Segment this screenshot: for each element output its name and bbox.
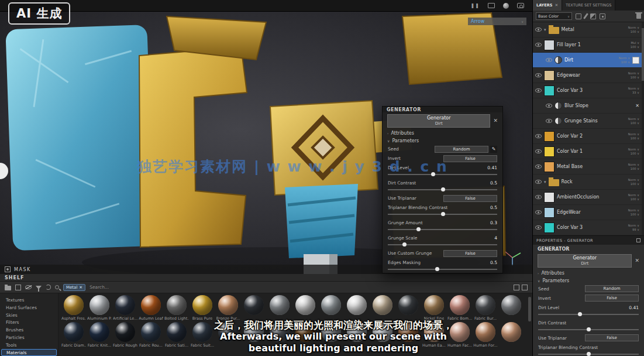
parameter-slider[interactable] [388, 267, 497, 272]
close-icon[interactable]: ✕ [493, 118, 498, 124]
generator-target-button[interactable]: Generator Dirt [387, 114, 490, 128]
material-tile[interactable]: Bronze Pur... [215, 295, 241, 321]
blend-mode-dropdown[interactable]: Norm∨ [628, 87, 639, 90]
material-tile[interactable] [318, 322, 344, 348]
material-tile[interactable]: Nickel Fine [421, 295, 447, 321]
mask-thumbnail[interactable] [632, 57, 639, 64]
visibility-eye-icon[interactable] [535, 28, 542, 32]
slider-handle[interactable] [441, 187, 445, 191]
parameter-slider[interactable] [538, 312, 639, 317]
generator-dialog[interactable]: GENERATOR Generator Dirt ✕ › Attributes … [382, 106, 503, 273]
attributes-section-header[interactable]: › Attributes [533, 269, 644, 276]
material-tile[interactable] [267, 322, 292, 348]
channel-dropdown[interactable]: Base Color ∨ [536, 12, 572, 20]
generator-target-button[interactable]: Generator Dirt [538, 254, 632, 268]
material-tile[interactable]: Fabric Rough [112, 322, 138, 348]
layer-row[interactable]: ▾ Fill layer 1 Mul∨ 100∨ ✕ [533, 37, 642, 53]
tab-texture-set-settings[interactable]: TEXTURE SET SETTINGS [562, 0, 615, 11]
material-tile[interactable]: Fabric Knit... [87, 322, 112, 348]
visibility-eye-icon[interactable] [535, 210, 542, 214]
layer-row[interactable]: ▾ Metal Norm∨ 100∨ ✕ [533, 22, 642, 37]
opacity-dropdown[interactable]: 100∨ [631, 45, 639, 49]
material-tile[interactable]: Fabric Diam... [61, 322, 87, 348]
opacity-dropdown[interactable]: 100∨ [631, 167, 639, 170]
material-tile[interactable] [267, 295, 292, 321]
material-tile[interactable]: Aluminium P... [87, 295, 112, 321]
visibility-eye-icon[interactable] [535, 195, 542, 199]
blend-mode-dropdown[interactable]: Norm∨ [628, 208, 639, 212]
shelf-category[interactable]: Particles [0, 334, 58, 341]
material-tile[interactable]: Human For... [473, 322, 498, 348]
camera-icon[interactable] [517, 3, 524, 8]
slider-handle[interactable] [402, 242, 407, 247]
layer-row[interactable]: ▾ EdgeWear Norm∨ 100∨ ✕ [533, 205, 642, 220]
shelf-category[interactable]: Filters [0, 319, 58, 326]
blend-mode-dropdown[interactable]: Norm∨ [628, 193, 639, 197]
parameter-value-button[interactable]: False [443, 155, 497, 162]
parameter-slider[interactable] [538, 352, 639, 356]
folder-icon[interactable] [5, 286, 11, 290]
opacity-dropdown[interactable]: 100∨ [621, 60, 630, 64]
search-input[interactable]: Search... [89, 285, 109, 290]
folder-expand-icon[interactable]: ▾ [544, 180, 546, 184]
visibility-eye-icon[interactable] [535, 43, 542, 47]
material-tile[interactable] [395, 295, 421, 321]
material-tile[interactable] [318, 295, 344, 321]
slider-handle[interactable] [587, 327, 591, 331]
tab-layers[interactable]: LAYERS ✕ [533, 0, 562, 11]
folder-expand-icon[interactable]: ▾ [544, 28, 546, 32]
pause-icon[interactable]: ❚❚ [471, 3, 480, 8]
layer-row[interactable]: ▾ Edgewear Norm∨ 100∨ ✕ [533, 68, 642, 83]
layer-row[interactable]: ▾ Color Var 3 Norm∨ 33∨ ✕ [533, 83, 642, 98]
opacity-dropdown[interactable]: 100∨ [631, 30, 639, 33]
stamp-icon[interactable] [600, 13, 605, 19]
slider-handle[interactable] [416, 227, 421, 231]
blend-mode-dropdown[interactable]: Norm∨ [628, 163, 639, 166]
pencil-icon[interactable] [583, 13, 588, 19]
visibility-eye-icon[interactable] [546, 119, 552, 123]
parameter-value-button[interactable]: False [443, 250, 497, 257]
edit-icon[interactable]: ✎ [490, 146, 497, 153]
blend-mode-dropdown[interactable]: Norm∨ [628, 117, 639, 121]
shelf-category[interactable]: Tools [0, 342, 58, 349]
scrollbar[interactable] [642, 22, 644, 235]
visibility-eye-icon[interactable] [535, 149, 542, 153]
shelf-category[interactable]: Skies [0, 312, 58, 319]
material-tile[interactable] [370, 295, 395, 321]
material-tile[interactable] [344, 322, 370, 348]
close-icon[interactable]: ✕ [635, 103, 639, 108]
visibility-eye-icon[interactable] [535, 88, 542, 93]
parameters-section-header[interactable]: ∨ Parameters [383, 136, 502, 144]
parameter-value-button[interactable]: Random [585, 285, 639, 292]
material-tile[interactable] [215, 322, 241, 348]
material-tile[interactable] [370, 322, 395, 348]
parameter-slider[interactable] [388, 227, 497, 232]
layer-row[interactable]: ▾ Metal Base Norm∨ 100∨ ✕ [533, 159, 642, 174]
blend-mode-dropdown[interactable]: Norm∨ [619, 56, 630, 60]
blend-mode-dropdown[interactable]: Norm∨ [628, 224, 639, 227]
visibility-eye-icon[interactable] [535, 165, 542, 169]
opacity-dropdown[interactable]: 100∨ [631, 76, 639, 79]
parameter-value-button[interactable]: Random [435, 146, 488, 153]
material-tile[interactable]: Fabric Bom... [447, 295, 473, 321]
material-tile[interactable]: Artificial Le... [112, 295, 138, 321]
material-ball-icon[interactable] [503, 3, 509, 9]
layer-row[interactable]: ▾ Dirt Norm∨ 100∨ ✕ [533, 53, 642, 68]
parameter-slider[interactable] [388, 172, 497, 177]
opacity-dropdown[interactable]: 100∨ [631, 197, 639, 201]
shelf-category[interactable]: Materials [1, 349, 57, 356]
scrollbar[interactable] [528, 297, 531, 321]
visibility-eye-icon[interactable] [546, 58, 552, 62]
material-tile[interactable]: Asphalt Fres... [61, 295, 87, 321]
material-tile[interactable] [395, 322, 421, 348]
material-tile[interactable]: Fabric Rou... [138, 322, 164, 348]
opacity-dropdown[interactable]: 100∨ [631, 152, 639, 155]
grid-view-icon[interactable] [514, 285, 519, 290]
restore-window-icon[interactable] [636, 238, 640, 242]
parameters-section-header[interactable]: ∨ Parameters [533, 276, 644, 284]
blend-mode-dropdown[interactable]: Norm∨ [628, 178, 639, 182]
blend-mode-dropdown[interactable]: Norm∨ [628, 26, 639, 29]
layer-row[interactable]: ▾ Grunge Stains Norm∨ 100∨ ✕ [533, 114, 642, 129]
opacity-dropdown[interactable]: 100∨ [631, 121, 639, 125]
slider-handle[interactable] [578, 312, 582, 316]
